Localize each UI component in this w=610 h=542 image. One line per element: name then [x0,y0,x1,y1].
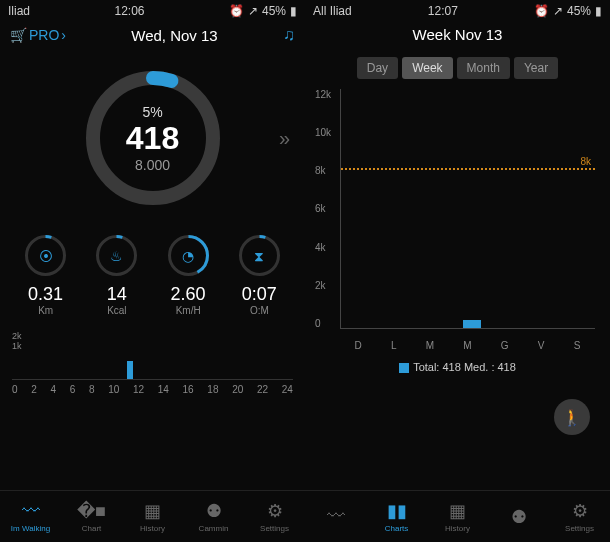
progress-ring-container: 5% 418 8.000 » [0,63,305,213]
carrier: Iliad [8,4,30,18]
date-label[interactable]: Wed, Nov 13 [131,27,217,44]
gear-icon: ⚙ [267,500,283,522]
period-day[interactable]: Day [357,57,398,79]
metric-calories[interactable]: ♨ 14 Kcal [87,233,147,316]
period-selector: Day Week Month Year [305,57,610,79]
carrier: All Iliad [313,4,352,18]
chart-plot: 8k [340,89,595,329]
gps-icon: ↗ [248,4,258,18]
pin-icon: ⦿ [39,248,53,264]
chart-bar [463,320,481,328]
people-icon: ⚉ [206,500,222,522]
header-left: 🛒 PRO › Wed, Nov 13 ♫ [0,22,305,48]
legend-color [399,363,409,373]
period-month[interactable]: Month [457,57,510,79]
chart-xaxis: DLMMGVS [340,340,595,351]
gear-icon: ⚙ [572,500,588,522]
battery-icon: ▮ [290,4,297,18]
right-panel: All Iliad 12:07 ⏰ ↗ 45% ▮ Week Nov 13 Da… [305,0,610,490]
hour-bar [127,361,133,379]
tab-history[interactable]: ▦History [122,491,183,542]
tab-chart[interactable]: �■Chart [61,491,122,542]
calendar-icon: ▦ [449,500,466,522]
chevron-right-icon[interactable]: » [279,127,290,150]
goal-line: 8k [341,168,595,170]
chart-legend: Total: 418 Med. : 418 [305,361,610,373]
chevron-right-icon: › [61,27,66,43]
gauge-icon: ◔ [182,248,194,264]
progress-ring[interactable]: 5% 418 8.000 [78,63,228,213]
period-year[interactable]: Year [514,57,558,79]
tab-settings-r[interactable]: ⚙Settings [549,491,610,542]
tab-settings[interactable]: ⚙Settings [244,491,305,542]
percent-label: 5% [142,104,162,120]
hourly-chart[interactable]: 2k 1k 024681012141618202224 [0,331,305,395]
hourglass-icon: ⧗ [254,247,264,264]
chart-yaxis: 12k10k8k6k4k2k0 [315,89,331,329]
left-panel: Iliad 12:06 ⏰ ↗ 45% ▮ 🛒 PRO › Wed, Nov 1… [0,0,305,490]
status-icons: ⏰ ↗ 45% ▮ [229,4,297,18]
cart-icon: 🛒 [10,27,27,43]
alarm-icon: ⏰ [229,4,244,18]
clock: 12:06 [114,4,144,18]
metric-distance[interactable]: ⦿ 0.31 Km [16,233,76,316]
bars-icon: ▮▮ [387,500,407,522]
weekly-chart[interactable]: 12k10k8k6k4k2k0 8k DLMMGVS [305,79,610,359]
activity-icon: 〰 [327,506,345,527]
period-week[interactable]: Week [402,57,452,79]
tab-history-r[interactable]: ▦History [427,491,488,542]
tab-people-r[interactable]: ⚉ [488,491,549,542]
tab-walking-r[interactable]: 〰 [305,491,366,542]
tab-walking[interactable]: 〰Im Walking [0,491,61,542]
page-title[interactable]: Week Nov 13 [413,26,503,43]
hourly-xaxis: 024681012141618202224 [12,384,293,395]
tab-cammin[interactable]: ⚉Cammin [183,491,244,542]
walk-fab[interactable]: 🚶 [554,399,590,435]
clock: 12:07 [428,4,458,18]
tab-charts-r[interactable]: ▮▮Charts [366,491,427,542]
metric-speed[interactable]: ◔ 2.60 Km/H [158,233,218,316]
bars-icon: �■ [77,500,106,522]
battery-icon: ▮ [595,4,602,18]
header-right: Week Nov 13 [305,22,610,47]
calendar-icon: ▦ [144,500,161,522]
activity-icon: 〰 [22,501,40,522]
pro-badge[interactable]: 🛒 PRO › [10,27,66,43]
metric-time[interactable]: ⧗ 0:07 O:M [229,233,289,316]
music-icon[interactable]: ♫ [283,26,295,44]
people-icon: ⚉ [511,506,527,528]
status-bar-left: Iliad 12:06 ⏰ ↗ 45% ▮ [0,0,305,22]
steps-count: 418 [126,120,179,157]
gps-icon: ↗ [553,4,563,18]
status-icons: ⏰ ↗ 45% ▮ [534,4,602,18]
metrics-row: ⦿ 0.31 Km ♨ 14 Kcal ◔ 2.60 Km/H ⧗ 0:07 O… [0,233,305,316]
status-bar-right: All Iliad 12:07 ⏰ ↗ 45% ▮ [305,0,610,22]
alarm-icon: ⏰ [534,4,549,18]
flame-icon: ♨ [110,248,123,264]
walk-icon: 🚶 [562,408,582,427]
tab-bar: 〰Im Walking �■Chart ▦History ⚉Cammin ⚙Se… [0,490,610,542]
goal-label: 8.000 [135,157,170,173]
